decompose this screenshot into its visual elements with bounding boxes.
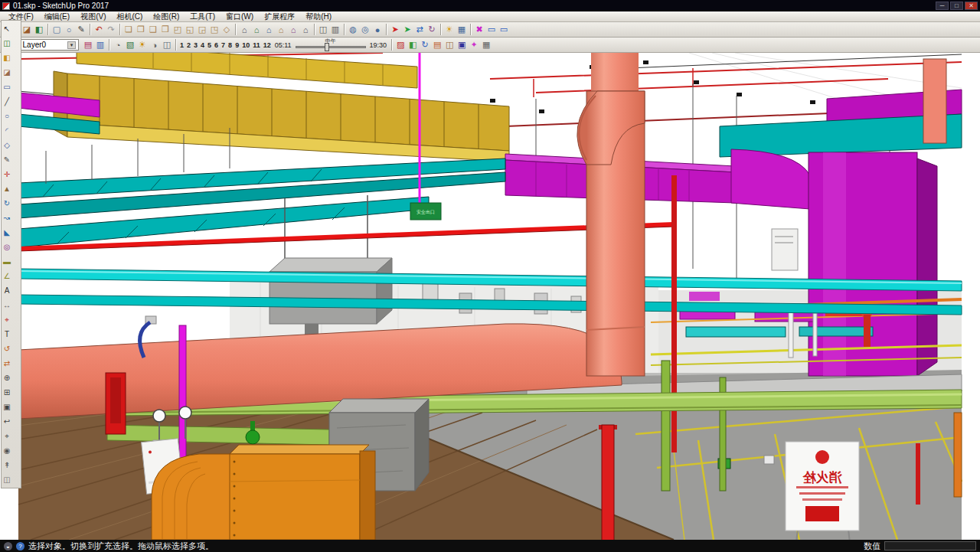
solid-tool-2-icon[interactable]: ❐ bbox=[135, 23, 147, 36]
plugin-grid-icon[interactable]: ▣ bbox=[456, 38, 468, 51]
plugin-table-icon[interactable]: ▦ bbox=[480, 38, 492, 51]
rotate-icon[interactable]: ↻ bbox=[3, 196, 11, 211]
redo-icon[interactable]: ↷ bbox=[105, 23, 117, 36]
zoom-icon[interactable]: ⊕ bbox=[3, 371, 11, 385]
line-icon[interactable]: ╱ bbox=[3, 94, 11, 109]
make-component-icon[interactable]: ◫ bbox=[3, 36, 11, 51]
dialog-b-icon[interactable]: ▭ bbox=[498, 23, 510, 36]
text-icon[interactable]: A bbox=[3, 283, 11, 298]
section-plane-icon[interactable]: ◫ bbox=[3, 472, 11, 487]
view-left-icon[interactable]: ⌂ bbox=[299, 23, 312, 36]
solid-tool-3-icon[interactable]: ❑ bbox=[147, 23, 159, 36]
select-tool-icon[interactable]: ↖ bbox=[3, 21, 11, 36]
solid-tool-8-icon[interactable]: ◳ bbox=[208, 23, 220, 36]
circle-icon[interactable]: ○ bbox=[3, 109, 11, 123]
menu-item[interactable]: 工具(T) bbox=[185, 11, 220, 22]
toolbar-separator[interactable] bbox=[384, 23, 389, 36]
plugin-layers-icon[interactable]: ▤ bbox=[431, 38, 443, 51]
pan-icon[interactable]: ⇄ bbox=[3, 356, 11, 371]
orbit-icon[interactable]: ↺ bbox=[3, 341, 11, 356]
rectangle-icon[interactable]: ▢ bbox=[51, 23, 63, 36]
slider-track[interactable] bbox=[296, 46, 366, 48]
dimension-icon[interactable]: ↔ bbox=[3, 298, 11, 312]
fog-icon[interactable]: ▦ bbox=[456, 23, 468, 36]
menu-item[interactable]: 相机(C) bbox=[111, 11, 148, 22]
freehand-icon[interactable]: ✎ bbox=[3, 152, 11, 167]
chevron-down-icon[interactable]: ▾ bbox=[67, 41, 76, 49]
follow-me-icon[interactable]: ↝ bbox=[3, 211, 11, 225]
shadow-toggle-icon[interactable]: ☀ bbox=[136, 38, 149, 51]
solid-tool-4-icon[interactable]: ❒ bbox=[159, 23, 172, 36]
scene-tab[interactable]: 1 bbox=[178, 41, 185, 49]
rotate-view-icon[interactable]: ↻ bbox=[426, 23, 438, 36]
menu-item[interactable]: 窗口(W) bbox=[220, 11, 259, 22]
style-shaded-icon[interactable]: ◎ bbox=[359, 23, 371, 36]
toolbar-separator[interactable] bbox=[341, 23, 347, 36]
menu-item[interactable]: 视图(V) bbox=[75, 11, 111, 22]
plugin-green-icon[interactable]: ◧ bbox=[407, 38, 419, 51]
scene-tab[interactable]: 11 bbox=[251, 41, 262, 49]
undo-icon[interactable]: ↶ bbox=[93, 23, 105, 36]
shadow-icon[interactable]: ☀ bbox=[443, 23, 456, 36]
circle-icon[interactable]: ○ bbox=[63, 23, 75, 36]
toolbar-separator[interactable] bbox=[45, 23, 51, 36]
model-info-icon[interactable]: ◒ bbox=[4, 542, 12, 550]
line-icon[interactable]: ✎ bbox=[75, 23, 87, 36]
scene-tab[interactable]: 6 bbox=[213, 41, 220, 49]
solid-tool-7-icon[interactable]: ◲ bbox=[196, 23, 208, 36]
plugin-box-icon[interactable]: ◫ bbox=[443, 38, 456, 51]
push-pull-icon[interactable]: ▲ bbox=[3, 181, 11, 196]
toolbar-separator[interactable] bbox=[438, 23, 443, 36]
3d-text-icon[interactable]: T bbox=[3, 327, 11, 341]
toolbar-separator[interactable] bbox=[312, 23, 317, 36]
walk-icon[interactable]: ↟ bbox=[3, 458, 11, 472]
toolbar-separator[interactable] bbox=[106, 38, 112, 51]
zoom-extents-icon[interactable]: ▣ bbox=[3, 400, 11, 414]
menu-item[interactable]: 扩展程序 bbox=[259, 11, 300, 22]
solid-tool-5-icon[interactable]: ◰ bbox=[172, 23, 184, 36]
layer-dropdown[interactable]: ✓ Layer0 ▾ bbox=[11, 39, 79, 51]
plugin-red-icon[interactable]: ▨ bbox=[394, 38, 407, 51]
layer-manager-icon[interactable]: ▥ bbox=[94, 38, 106, 51]
exchange-icon[interactable]: ⇄ bbox=[413, 23, 426, 36]
measurements-input[interactable] bbox=[884, 541, 976, 550]
toolbar-separator[interactable] bbox=[233, 23, 238, 36]
previous-view-icon[interactable]: ↩ bbox=[3, 414, 11, 429]
solid-tool-6-icon[interactable]: ◱ bbox=[184, 23, 196, 36]
dialog-a-icon[interactable]: ▭ bbox=[485, 23, 498, 36]
rectangle-icon[interactable]: ▭ bbox=[3, 80, 11, 94]
position-camera-icon[interactable]: ⌖ bbox=[3, 429, 11, 443]
section-fill-icon[interactable]: ▥ bbox=[329, 23, 341, 36]
style-wireframe-icon[interactable]: ◍ bbox=[347, 23, 359, 36]
axis-y-icon[interactable]: ➤ bbox=[401, 23, 413, 36]
shadow-dialog-icon[interactable]: ◔ bbox=[112, 38, 124, 51]
menu-item[interactable]: 绘图(R) bbox=[148, 11, 185, 22]
scene-tab[interactable]: 9 bbox=[234, 41, 240, 49]
axis-x-icon[interactable]: ➤ bbox=[389, 23, 401, 36]
eraser-icon[interactable]: ◪ bbox=[21, 23, 33, 36]
section-plane-icon[interactable]: ◫ bbox=[317, 23, 329, 36]
slider-handle[interactable] bbox=[325, 43, 329, 51]
view-front-icon[interactable]: ⌂ bbox=[263, 23, 275, 36]
paint-bucket-icon[interactable]: ◧ bbox=[3, 51, 11, 65]
paint-bucket-icon[interactable]: ◧ bbox=[33, 23, 45, 36]
zoom-window-icon[interactable]: ⊞ bbox=[3, 385, 11, 400]
scene-tab[interactable]: 4 bbox=[199, 41, 206, 49]
help-icon[interactable]: ? bbox=[16, 542, 24, 550]
model-viewport[interactable]: 消火栓 119 安全出口 bbox=[0, 53, 980, 540]
protractor-icon[interactable]: ∠ bbox=[3, 269, 11, 283]
eraser-icon[interactable]: ◪ bbox=[3, 65, 11, 80]
solid-tool-9-icon[interactable]: ◇ bbox=[220, 23, 233, 36]
tape-measure-icon[interactable]: ▬ bbox=[3, 254, 11, 269]
plugin-star-icon[interactable]: ✦ bbox=[468, 38, 480, 51]
scale-icon[interactable]: ◣ bbox=[3, 225, 11, 240]
minimize-button[interactable]: ─ bbox=[936, 2, 949, 10]
plugin-rotate-icon[interactable]: ↻ bbox=[419, 38, 431, 51]
fog-toggle-icon[interactable]: ▧ bbox=[124, 38, 136, 51]
polygon-icon[interactable]: ◇ bbox=[3, 138, 11, 152]
menu-item[interactable]: 编辑(E) bbox=[39, 11, 75, 22]
scene-tab[interactable]: 12 bbox=[262, 41, 273, 49]
toolbar-separator[interactable] bbox=[117, 23, 122, 36]
purge-icon[interactable]: ✖ bbox=[473, 23, 485, 36]
solid-tool-1-icon[interactable]: ❏ bbox=[122, 23, 135, 36]
